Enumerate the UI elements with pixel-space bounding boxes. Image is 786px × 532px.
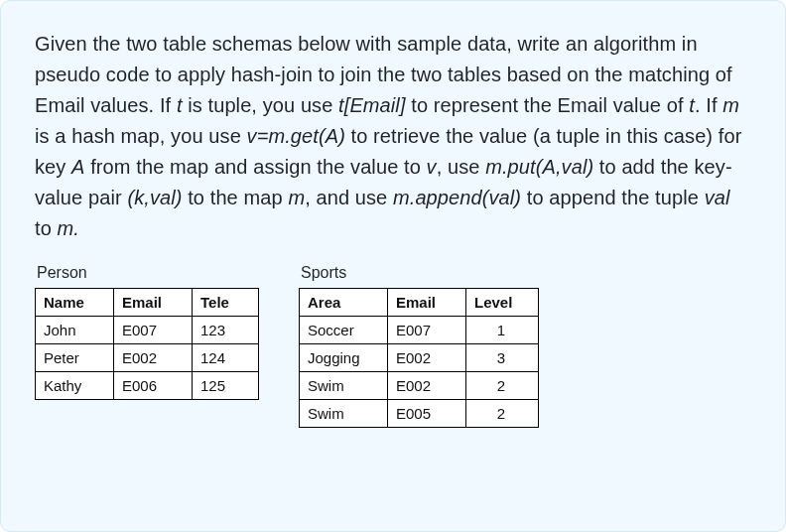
var-m: m bbox=[722, 94, 739, 116]
text: , use bbox=[437, 156, 486, 178]
question-text: Given the two table schemas below with s… bbox=[35, 29, 751, 244]
col-header-level: Level bbox=[466, 289, 539, 317]
cell-email: E005 bbox=[388, 400, 466, 428]
cell-level: 2 bbox=[466, 400, 539, 428]
var-m: m bbox=[288, 187, 305, 208]
cell-level: 2 bbox=[466, 372, 539, 400]
cell-tele: 124 bbox=[193, 344, 259, 372]
table-row: Jogging E002 3 bbox=[300, 344, 539, 372]
table-row: Swim E005 2 bbox=[300, 400, 539, 428]
cell-level: 3 bbox=[466, 344, 539, 372]
cell-email: E002 bbox=[114, 344, 193, 372]
cell-email: E007 bbox=[114, 317, 193, 344]
cell-name: Peter bbox=[36, 344, 114, 372]
table-row: Kathy E006 125 bbox=[36, 372, 259, 400]
sports-table-block: Sports Area Email Level Soccer E007 1 Jo… bbox=[299, 264, 539, 428]
cell-area: Swim bbox=[300, 400, 388, 428]
text: to the map bbox=[183, 187, 289, 208]
cell-email: E006 bbox=[114, 372, 193, 400]
text: is a hash map, you use bbox=[35, 125, 247, 147]
cell-area: Soccer bbox=[300, 317, 388, 344]
cell-name: John bbox=[36, 317, 114, 344]
text: to bbox=[35, 217, 58, 239]
text: , and use bbox=[305, 187, 393, 208]
cell-level: 1 bbox=[466, 317, 539, 344]
table-row: Swim E002 2 bbox=[300, 372, 539, 400]
sports-table-title: Sports bbox=[301, 264, 539, 282]
text: . If bbox=[695, 94, 722, 116]
cell-email: E002 bbox=[388, 372, 466, 400]
col-header-tele: Tele bbox=[193, 289, 259, 317]
cell-tele: 125 bbox=[193, 372, 259, 400]
var-val: val bbox=[705, 187, 730, 208]
cell-area: Swim bbox=[300, 372, 388, 400]
var-m: m. bbox=[58, 217, 79, 239]
cell-area: Jogging bbox=[300, 344, 388, 372]
cell-name: Kathy bbox=[36, 372, 114, 400]
table-row: Peter E002 124 bbox=[36, 344, 259, 372]
expr-t-email: t[Email] bbox=[338, 94, 405, 116]
person-table: Name Email Tele John E007 123 Peter E002… bbox=[35, 288, 259, 400]
text: to append the tuple bbox=[521, 187, 704, 208]
col-header-email: Email bbox=[388, 289, 466, 317]
sports-table: Area Email Level Soccer E007 1 Jogging E… bbox=[299, 288, 539, 428]
expr-mput: m.put(A,val) bbox=[485, 156, 593, 178]
col-header-email: Email bbox=[114, 289, 193, 317]
expr-mget: v=m.get(A) bbox=[247, 125, 345, 147]
var-v: v bbox=[427, 156, 437, 178]
expr-mappend: m.append(val) bbox=[393, 187, 521, 208]
text: from the map and assign the value to bbox=[85, 156, 427, 178]
table-header-row: Area Email Level bbox=[300, 289, 539, 317]
person-table-block: Person Name Email Tele John E007 123 Pet… bbox=[35, 264, 259, 400]
table-row: John E007 123 bbox=[36, 317, 259, 344]
text: to represent the Email value of bbox=[406, 94, 690, 116]
table-header-row: Name Email Tele bbox=[36, 289, 259, 317]
table-row: Soccer E007 1 bbox=[300, 317, 539, 344]
cell-tele: 123 bbox=[193, 317, 259, 344]
col-header-name: Name bbox=[36, 289, 114, 317]
tables-row: Person Name Email Tele John E007 123 Pet… bbox=[35, 264, 751, 428]
person-table-title: Person bbox=[37, 264, 259, 282]
var-A: A bbox=[71, 156, 84, 178]
cell-email: E002 bbox=[388, 344, 466, 372]
cell-email: E007 bbox=[388, 317, 466, 344]
col-header-area: Area bbox=[300, 289, 388, 317]
question-card: Given the two table schemas below with s… bbox=[0, 0, 786, 532]
expr-kval: (k,val) bbox=[127, 187, 182, 208]
text: is tuple, you use bbox=[183, 94, 339, 116]
